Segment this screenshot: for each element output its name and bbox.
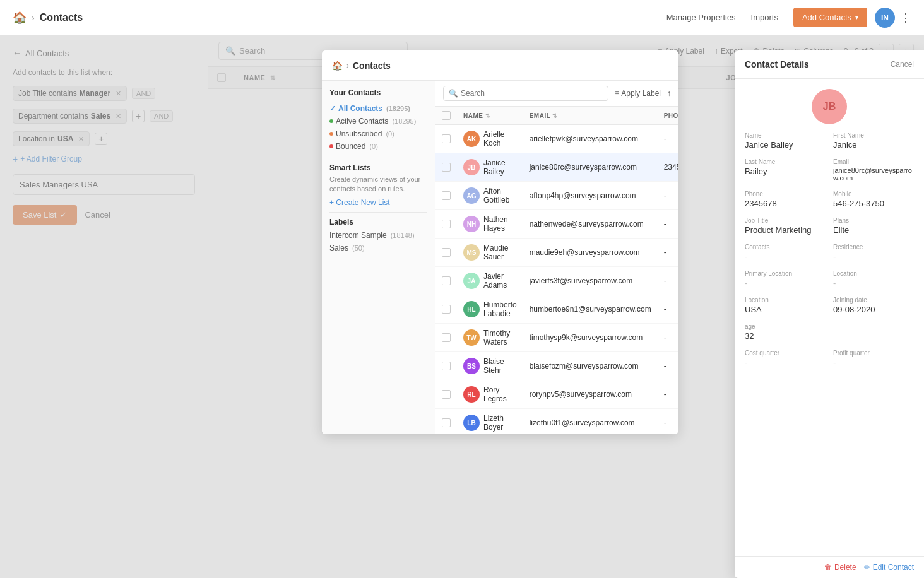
more-options-icon[interactable]: ⋮ [900,11,911,25]
row-name: HL Humberto Labadie [457,295,523,324]
row-phone: - [658,295,678,324]
row-checkbox-cell [435,210,457,239]
add-contacts-button[interactable]: Add Contacts ▾ [793,8,867,27]
table-row[interactable]: MS Maudie Sauer maudie9eh@surveysparrow.… [435,239,678,267]
col-name[interactable]: NAME ⇅ [457,107,523,125]
contacts-search-input[interactable] [461,89,603,98]
row-name: AK Arielle Koch [457,125,523,153]
row-email: humbertoe9n1@surveysparrow.com [523,295,658,324]
contacts-field: Contacts - [745,244,826,261]
table-row[interactable]: BS Blaise Stehr blaisefozm@surveysparrow… [435,352,678,380]
table-row[interactable]: TW Timothy Waters timothysp9k@surveyspar… [435,324,678,352]
contacts-export-icon[interactable]: ↑ [667,89,671,98]
residence-label: Residence [833,244,914,251]
job-title-field: Job Title Product Marketing [745,217,826,235]
row-name: AG Afton Gottlieb [457,182,523,210]
mobile-value: 546-275-3750 [833,199,914,208]
contacts-table-wrapper: NAME ⇅ EMAIL ⇅ PHONE AK Arielle Koch ari… [435,107,678,434]
row-checkbox[interactable] [442,220,451,228]
primary-location-row: Primary Location - Location - [745,270,914,288]
plans-value: Elite [833,225,914,235]
row-name: MS Maudie Sauer [457,239,523,267]
cost-quarter-label: Cost quarter [745,350,826,357]
contacts-sidebar: Your Contacts ✓ All Contacts (18295) Act… [322,81,435,434]
imports-link[interactable]: Imports [751,13,778,22]
sidebar-unsubscribed[interactable]: Unsubscribed (0) [329,127,427,140]
last-name-label: Last Name [745,158,826,165]
row-name: JA Javier Adams [457,267,523,295]
row-checkbox[interactable] [442,248,451,257]
row-checkbox-cell [435,380,457,409]
edit-contact-btn[interactable]: ✏ Edit Contact [864,563,914,572]
smart-lists-title: Smart Lists [329,163,427,172]
row-email: aftonp4hp@surveysparrow.com [523,182,658,210]
row-checkbox-cell [435,409,457,435]
select-all-checkbox[interactable] [442,111,451,120]
delete-icon: 🗑 [824,563,832,572]
table-row[interactable]: LB Lizeth Boyer lizethu0f1@surveysparrow… [435,409,678,435]
contact-avatar-small: BS [463,358,480,374]
delete-contact-btn[interactable]: 🗑 Delete [824,563,856,572]
row-email: javierfs3f@surveysparrow.com [523,267,658,295]
avatar[interactable]: IN [875,8,895,28]
row-checkbox[interactable] [442,333,451,342]
contact-avatar: JB [812,89,847,124]
checkmark-icon: ✓ [329,104,336,113]
table-row[interactable]: NH Nathen Hayes nathenwede@surveysparrow… [435,210,678,239]
smart-lists-desc: Create dynamic views of your contacts ba… [329,175,427,194]
phone-value: 2345678 [745,199,826,208]
row-checkbox[interactable] [442,191,451,200]
contact-avatar-small: MS [463,244,480,261]
sidebar-intercom-sample[interactable]: Intercom Sample (18148) [329,229,427,242]
manage-properties-link[interactable]: Manage Properties [666,13,736,22]
contact-avatar-small: NH [463,216,480,232]
col-email[interactable]: EMAIL ⇅ [523,107,658,125]
col-check [435,107,457,125]
table-row[interactable]: JB Janice Bailey janice80rc@surveysparro… [435,153,678,182]
first-name-label: First Name [833,132,914,139]
row-checkbox[interactable] [442,390,451,399]
last-name-field: Last Name Bailey [745,158,826,182]
mobile-label: Mobile [833,191,914,198]
row-name: RL Rory Legros [457,380,523,409]
row-checkbox[interactable] [442,305,451,314]
email-label: Email [833,158,914,165]
row-checkbox-cell [435,239,457,267]
sidebar-bounced[interactable]: Bounced (0) [329,140,427,153]
sidebar-sales[interactable]: Sales (50) [329,242,427,254]
row-phone: - [658,239,678,267]
row-checkbox-cell [435,295,457,324]
row-checkbox[interactable] [442,418,451,427]
home-icon[interactable]: 🏠 [13,11,27,25]
row-checkbox-cell [435,153,457,182]
table-row[interactable]: AG Afton Gottlieb aftonp4hp@surveysparro… [435,182,678,210]
row-checkbox[interactable] [442,276,451,285]
sidebar-active-contacts[interactable]: Active Contacts (18295) [329,115,427,127]
contact-details-cancel[interactable]: Cancel [891,60,914,69]
email-field: Email janice80rc@surveysparrow.com [833,158,914,182]
row-checkbox-cell [435,267,457,295]
table-row[interactable]: RL Rory Legros rorynpv5@surveysparrow.co… [435,380,678,409]
age-row: age 32 [745,323,914,341]
top-nav: 🏠 › Contacts Manage Properties Imports A… [0,0,924,35]
table-row[interactable]: JA Javier Adams javierfs3f@surveysparrow… [435,267,678,295]
row-email: arielletpwk@surveysparrow.com [523,125,658,153]
row-checkbox[interactable] [442,134,451,143]
contact-avatar-small: TW [463,329,480,346]
row-phone: 2345678 [658,153,678,182]
col-phone[interactable]: PHONE [658,107,678,125]
row-checkbox[interactable] [442,362,451,370]
table-row[interactable]: AK Arielle Koch arielletpwk@surveysparro… [435,125,678,153]
create-new-list-link[interactable]: + Create New List [329,198,427,207]
cp-home-icon[interactable]: 🏠 [332,61,343,71]
contact-fields: Name Janice Bailey First Name Janice Las… [735,124,924,384]
row-name: NH Nathen Hayes [457,210,523,239]
sidebar-all-contacts[interactable]: ✓ All Contacts (18295) [329,102,427,115]
phone-row: Phone 2345678 Mobile 546-275-3750 [745,191,914,208]
row-checkbox[interactable] [442,163,451,172]
table-row[interactable]: HL Humberto Labadie humbertoe9n1@surveys… [435,295,678,324]
cost-quarter-field: Cost quarter - [745,350,826,367]
contacts-apply-label[interactable]: ≡ Apply Label [615,89,661,98]
age-label: age [745,323,826,330]
cp-title: Contacts [353,61,391,71]
